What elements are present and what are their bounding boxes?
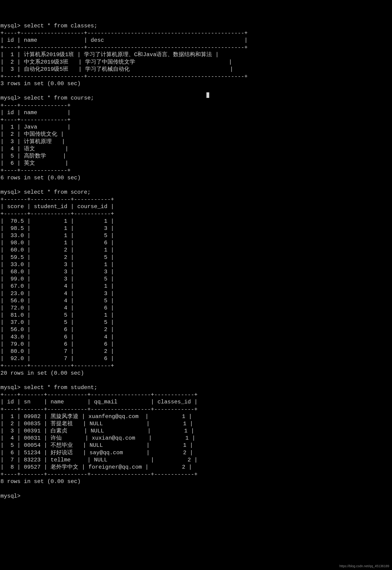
mysql-terminal[interactable]: mysql> select * from classes; +----+----… bbox=[0, 22, 392, 500]
text-cursor bbox=[206, 92, 209, 98]
watermark-text: https://blog.csdn.net/qq_45136189 bbox=[339, 564, 389, 568]
